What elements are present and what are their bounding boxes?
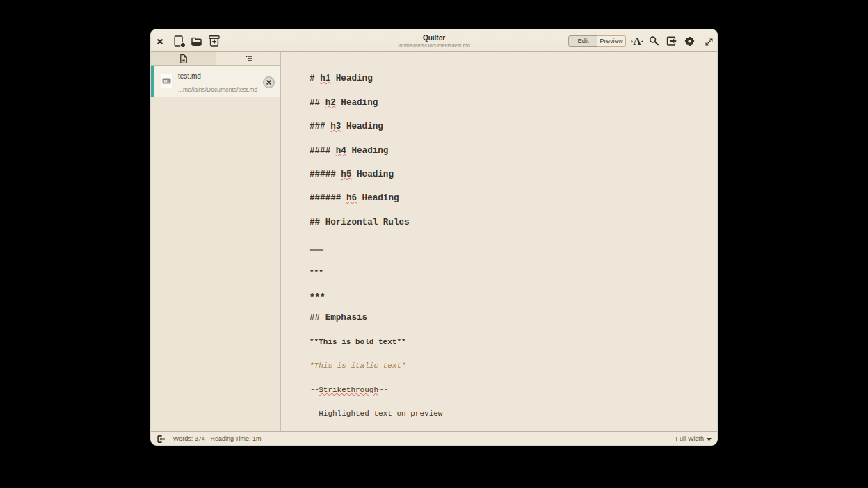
svg-text:M↓: M↓	[164, 79, 170, 83]
svg-text:A: A	[633, 37, 641, 47]
